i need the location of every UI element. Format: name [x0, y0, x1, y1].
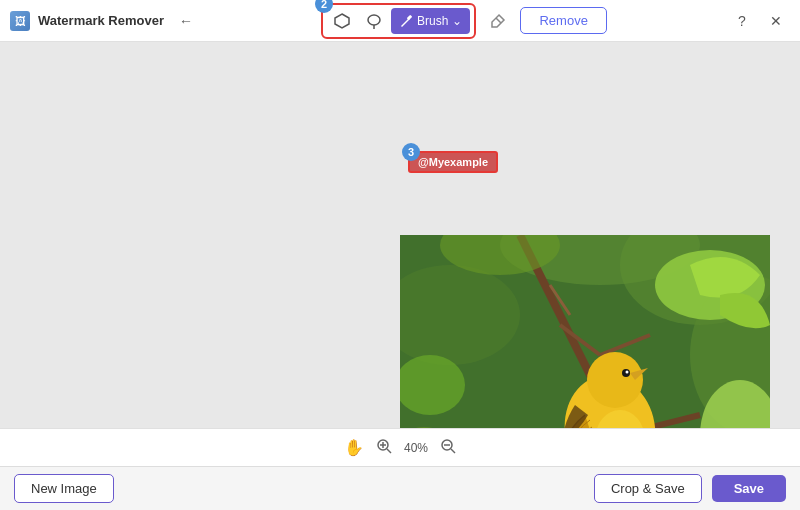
zoom-in-icon[interactable]	[376, 438, 392, 457]
zoom-out-icon[interactable]	[440, 438, 456, 457]
help-button[interactable]: ?	[728, 7, 756, 35]
svg-point-26	[626, 371, 629, 374]
title-left: 🖼 Watermark Remover ←	[10, 7, 200, 35]
new-image-button[interactable]: New Image	[14, 474, 114, 503]
watermark-text: @Myexample	[418, 156, 488, 168]
zoom-bar: ✋ 40%	[0, 428, 800, 466]
lasso-tool-button[interactable]	[359, 7, 389, 35]
brush-tool-button[interactable]: Brush ⌄	[391, 8, 470, 34]
brush-chevron: ⌄	[452, 14, 462, 28]
svg-line-4	[496, 18, 501, 23]
svg-marker-0	[335, 14, 349, 28]
main-canvas-area: 3 @Myexample	[0, 42, 800, 428]
watermark-badge: 3	[402, 143, 420, 161]
tool-group: 2 Brush ⌄	[321, 3, 476, 39]
svg-line-33	[451, 449, 455, 453]
remove-button[interactable]: Remove	[520, 7, 606, 34]
undo-button[interactable]: ←	[172, 7, 200, 35]
app-title: Watermark Remover	[38, 13, 164, 28]
watermark-box[interactable]: 3 @Myexample	[408, 151, 498, 173]
bird-scene-svg	[400, 235, 770, 428]
toolbar-center: 2 Brush ⌄	[321, 3, 607, 39]
svg-line-29	[387, 449, 391, 453]
hand-tool-icon[interactable]: ✋	[344, 438, 364, 457]
save-button[interactable]: Save	[712, 475, 786, 502]
app-icon: 🖼	[10, 11, 30, 31]
title-right: ? ✕	[728, 7, 790, 35]
polygon-tool-button[interactable]	[327, 7, 357, 35]
footer: New Image Crop & Save Save	[0, 466, 800, 510]
footer-right: Crop & Save Save	[594, 474, 786, 503]
eraser-button[interactable]	[482, 7, 514, 35]
brush-label: Brush	[417, 14, 448, 28]
close-button[interactable]: ✕	[762, 7, 790, 35]
title-bar: 🖼 Watermark Remover ← 2	[0, 0, 800, 42]
crop-save-button[interactable]: Crop & Save	[594, 474, 702, 503]
zoom-level: 40%	[404, 441, 428, 455]
svg-point-23	[587, 352, 643, 408]
svg-point-1	[368, 15, 380, 25]
